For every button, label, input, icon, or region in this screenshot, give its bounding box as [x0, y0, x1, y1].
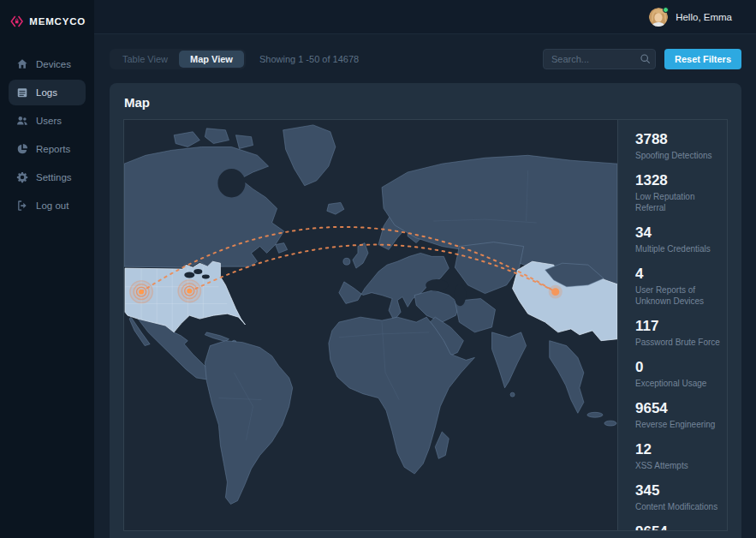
sidebar-item-logout[interactable]: Log out: [9, 193, 86, 218]
view-toggle: Table View Map View: [110, 49, 246, 69]
stat-item: 1328 Low Reputation Referral: [635, 172, 720, 213]
attack-target-marker: [549, 285, 563, 299]
users-icon: [16, 115, 28, 127]
stat-label: Multiple Credentials: [635, 243, 720, 254]
search-box: [543, 49, 656, 69]
user-greeting: Hello, Emma: [676, 12, 732, 22]
stat-item: 9654 Reverse Engineering: [635, 523, 720, 530]
stat-value: 12: [635, 441, 720, 458]
stat-item: 12 XSS Attempts: [635, 441, 720, 471]
stat-label: Reverse Engineering: [635, 419, 720, 430]
results-count: Showing 1 -50 of 14678: [259, 54, 359, 64]
top-header: Hello, Emma: [94, 0, 756, 34]
user-avatar[interactable]: [649, 8, 668, 27]
stat-item: 117 Password Brute Force: [635, 318, 720, 348]
stat-value: 34: [635, 224, 720, 242]
stat-label: Exceptional Usage: [635, 378, 720, 389]
sidebar-item-logs[interactable]: Logs: [9, 80, 86, 105]
stat-label: Low Reputation Referral: [635, 191, 720, 213]
logs-icon: [16, 87, 28, 99]
sidebar-item-label: Users: [36, 116, 62, 126]
stat-label: XSS Attempts: [635, 460, 720, 471]
online-status-dot: [663, 7, 669, 13]
sidebar-item-label: Settings: [36, 172, 72, 182]
sidebar-item-label: Logs: [36, 87, 57, 98]
brand-name: MEMCYCO: [29, 16, 86, 27]
sidebar-nav: Devices Logs Users Reports Settings: [0, 51, 94, 218]
brand-logo[interactable]: MEMCYCO: [0, 0, 94, 45]
stat-value: 9654: [635, 400, 720, 417]
sidebar-item-reports[interactable]: Reports: [9, 136, 86, 162]
sidebar-item-devices[interactable]: Devices: [9, 51, 86, 77]
map-card: Map: [110, 83, 741, 538]
sidebar-item-users[interactable]: Users: [9, 108, 86, 134]
sidebar-item-settings[interactable]: Settings: [9, 164, 86, 190]
sidebar-item-label: Devices: [36, 59, 71, 69]
main-content: Table View Map View Showing 1 -50 of 146…: [94, 34, 756, 538]
devices-icon: [16, 58, 28, 70]
reports-icon: [16, 143, 28, 155]
stat-item: 345 Content Modifications: [635, 482, 720, 512]
stat-value: 3788: [635, 131, 720, 148]
stat-label: Spoofing Detections: [635, 150, 720, 161]
map-panel: 3788 Spoofing Detections 1328 Low Reputa…: [123, 119, 728, 531]
stat-item: 9654 Reverse Engineering: [635, 400, 720, 430]
stat-value: 4: [635, 266, 720, 283]
sidebar: MEMCYCO Devices Logs Users Reports: [0, 0, 94, 538]
sidebar-item-label: Reports: [36, 144, 70, 154]
stat-item: 3788 Spoofing Detections: [635, 131, 720, 161]
table-view-tab[interactable]: Table View: [111, 51, 179, 68]
search-icon: [640, 53, 651, 64]
stat-value: 345: [635, 482, 720, 499]
stat-value: 9654: [635, 523, 720, 530]
stats-panel: 3788 Spoofing Detections 1328 Low Reputa…: [617, 120, 727, 530]
logout-icon: [16, 200, 28, 212]
settings-icon: [16, 171, 28, 183]
stat-value: 0: [635, 359, 720, 376]
stat-item: 34 Multiple Credentials: [635, 224, 720, 254]
attack-origin-marker-east: [177, 279, 201, 303]
stat-label: Content Modifications: [635, 501, 720, 512]
reset-filters-button[interactable]: Reset Filters: [664, 49, 741, 69]
stat-label: User Reports of Unknown Devices: [635, 284, 720, 307]
map-card-title: Map: [124, 95, 728, 110]
world-map: [124, 120, 617, 530]
sidebar-item-label: Log out: [36, 200, 68, 211]
stat-label: Password Brute Force: [635, 337, 720, 348]
memcyco-logo-icon: [10, 10, 23, 33]
toolbar: Table View Map View Showing 1 -50 of 146…: [110, 48, 741, 70]
map-view-tab[interactable]: Map View: [179, 51, 244, 68]
attack-origin-marker-west: [129, 280, 153, 304]
stat-value: 117: [635, 318, 720, 335]
stat-item: 4 User Reports of Unknown Devices: [635, 266, 720, 307]
stat-item: 0 Exceptional Usage: [635, 359, 720, 389]
stat-value: 1328: [635, 172, 720, 189]
map-area[interactable]: [124, 120, 617, 530]
